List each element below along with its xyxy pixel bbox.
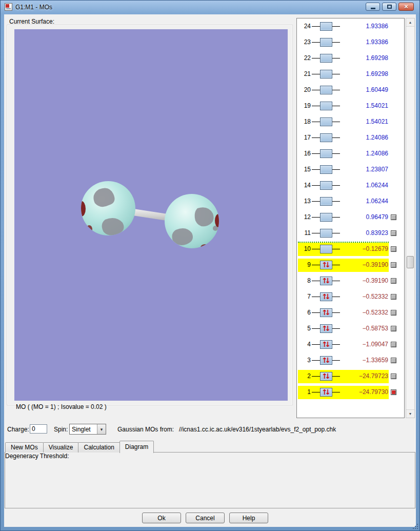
resize-grip[interactable] xyxy=(412,523,419,530)
level-line xyxy=(312,106,320,106)
titlebar[interactable]: G1:M1 - MOs × xyxy=(0,0,420,14)
level-line xyxy=(332,122,340,122)
mo-level-button[interactable]: ↑ ↓ xyxy=(320,324,332,333)
level-line xyxy=(312,344,320,345)
mo-checkbox[interactable] xyxy=(391,230,396,236)
tab-diagram[interactable]: Diagram xyxy=(119,441,154,453)
tab-bar: New MOsVisualizeCalculationDiagram xyxy=(5,441,153,453)
spin-dropdown-button[interactable]: ▾ xyxy=(97,424,106,434)
level-line xyxy=(332,90,340,90)
tab-calculation[interactable]: Calculation xyxy=(78,442,119,453)
mo-scrollbar[interactable]: ▲ ▼ xyxy=(406,18,415,418)
mo-level-button[interactable] xyxy=(320,54,332,63)
mo-number: 7 xyxy=(297,293,311,300)
mo-row: 18 1.54021 xyxy=(297,114,404,130)
level-line xyxy=(312,137,320,138)
mo-checkbox[interactable] xyxy=(391,214,396,220)
mo-number: 2 xyxy=(297,372,311,380)
level-line xyxy=(332,42,340,43)
mo-row: 7 ↑ ↓ −0.52332 xyxy=(297,289,404,305)
tab-visualize[interactable]: Visualize xyxy=(43,442,79,453)
mo-level-button[interactable] xyxy=(320,197,332,206)
spin-select[interactable]: Singlet ▾ xyxy=(69,424,106,435)
mo-level-button[interactable]: ↑ ↓ xyxy=(320,292,332,301)
molecule-render xyxy=(14,29,288,401)
level-line xyxy=(332,392,340,392)
mo-checkbox[interactable] xyxy=(391,373,396,379)
maximize-button[interactable] xyxy=(382,3,396,11)
mo-level-button[interactable] xyxy=(320,22,332,31)
mo-checkbox[interactable] xyxy=(391,278,396,284)
help-button[interactable]: Help xyxy=(229,513,268,523)
mo-level-button[interactable] xyxy=(320,165,332,174)
mo-level-button[interactable] xyxy=(320,86,332,94)
level-line xyxy=(312,122,320,122)
minimize-button[interactable] xyxy=(366,3,380,11)
gaussian-source-path: //icnas1.cc.ic.ac.uk/ev316/1styearlab/ev… xyxy=(179,426,336,433)
level-line xyxy=(312,265,320,265)
mo-level-button[interactable]: ↑ ↓ xyxy=(320,340,332,349)
scrollbar-thumb[interactable] xyxy=(407,256,414,268)
mo-level-button[interactable]: ↑ ↓ xyxy=(320,261,332,269)
mo-level-button[interactable] xyxy=(320,117,332,126)
mo-level-button[interactable] xyxy=(320,229,332,238)
level-line xyxy=(312,74,320,74)
electron-down-icon: ↓ xyxy=(325,308,331,317)
mo-number: 12 xyxy=(297,213,311,221)
level-line xyxy=(332,26,340,27)
level-line xyxy=(312,376,320,377)
mo-number: 21 xyxy=(297,70,311,77)
mo-level-button[interactable] xyxy=(320,245,332,253)
mo-level-button[interactable] xyxy=(320,133,332,142)
mo-number: 14 xyxy=(297,182,311,189)
mo-checkbox[interactable] xyxy=(391,294,396,300)
mo-checkbox[interactable] xyxy=(391,358,396,363)
mo-level-button[interactable] xyxy=(320,38,332,47)
mo-level-button[interactable] xyxy=(320,70,332,78)
mo-level-button[interactable]: ↑ ↓ xyxy=(320,372,332,381)
mo-energy: −1.33659 xyxy=(340,357,388,364)
level-line xyxy=(332,376,340,377)
cancel-button[interactable]: Cancel xyxy=(186,513,225,523)
mo-level-button[interactable]: ↑ ↓ xyxy=(320,388,332,397)
mo-level-button[interactable] xyxy=(320,149,332,158)
ok-button[interactable]: Ok xyxy=(142,513,181,523)
mo-checkbox[interactable] xyxy=(391,246,396,252)
mo-checkbox[interactable] xyxy=(391,262,396,268)
mo-checkbox[interactable] xyxy=(391,389,396,395)
mo-checkbox[interactable] xyxy=(391,326,396,331)
mo-level-button[interactable]: ↑ ↓ xyxy=(320,277,332,285)
close-button[interactable]: × xyxy=(398,3,414,11)
mo-level-button[interactable] xyxy=(320,102,332,110)
mo-number: 11 xyxy=(297,229,311,237)
mo-energy: −0.52332 xyxy=(340,293,388,300)
charge-input[interactable] xyxy=(30,424,47,434)
level-line xyxy=(332,312,340,313)
mo-level-button[interactable] xyxy=(320,181,332,190)
mo-number: 5 xyxy=(297,325,311,332)
electron-down-icon: ↓ xyxy=(325,388,331,397)
mo-checkbox[interactable] xyxy=(391,310,396,316)
mo-level-button[interactable]: ↑ ↓ xyxy=(320,308,332,317)
mo-number: 20 xyxy=(297,86,311,93)
mo-level-button[interactable]: ↑ ↓ xyxy=(320,356,332,365)
mo-level-button[interactable] xyxy=(320,213,332,222)
mo-number: 15 xyxy=(297,166,311,173)
level-line xyxy=(312,90,320,90)
mo-row: 15 1.23807 xyxy=(297,162,404,178)
scroll-down-button[interactable]: ▼ xyxy=(406,409,414,418)
mo-energy: 1.93386 xyxy=(340,23,388,30)
tab-new-mos[interactable]: New MOs xyxy=(5,442,44,453)
level-line xyxy=(332,201,340,202)
mo-number: 1 xyxy=(297,388,311,396)
mo-number: 19 xyxy=(297,102,311,109)
viewport-3d[interactable] xyxy=(14,29,288,401)
level-line xyxy=(312,185,320,186)
mo-checkbox[interactable] xyxy=(391,342,396,347)
mo-number: 13 xyxy=(297,198,311,205)
scroll-up-button[interactable]: ▲ xyxy=(406,18,414,27)
charge-label: Charge: xyxy=(7,426,29,433)
mo-energy: 1.23807 xyxy=(340,166,388,173)
level-line xyxy=(312,42,320,43)
mo-energy: 1.06244 xyxy=(340,182,388,189)
